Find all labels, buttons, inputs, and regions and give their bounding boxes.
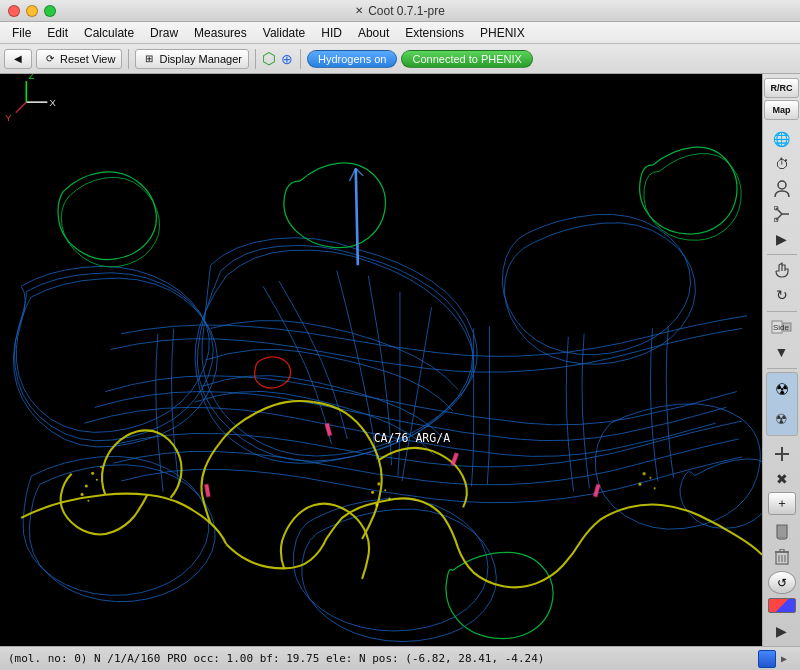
reset-view-icon: ⟳ <box>43 52 57 66</box>
status-indicator <box>758 650 776 668</box>
svg-line-31 <box>776 208 782 214</box>
back-button[interactable]: ◀ <box>4 49 32 69</box>
svg-point-10 <box>87 500 89 502</box>
svg-point-13 <box>371 491 374 494</box>
menu-validate[interactable]: Validate <box>255 24 313 42</box>
plus-cross-icon[interactable] <box>768 442 796 465</box>
svg-point-6 <box>96 479 98 481</box>
window-title: ✕ Coot 0.7.1-pre <box>355 4 445 18</box>
close-button[interactable] <box>8 5 20 17</box>
globe-icon[interactable]: 🌐 <box>768 127 796 150</box>
scene-svg: X Z Y CA/76 ARG/A <box>0 74 762 646</box>
svg-point-7 <box>85 485 88 488</box>
molecule-icon: ⬡ <box>262 52 276 66</box>
svg-point-5 <box>91 472 94 475</box>
hydrogens-on-button[interactable]: Hydrogens on <box>307 50 398 68</box>
svg-point-19 <box>654 487 656 489</box>
scene-canvas: X Z Y CA/76 ARG/A <box>0 74 762 646</box>
rc-map-buttons: R/RC <box>763 78 800 98</box>
viewport[interactable]: X Z Y CA/76 ARG/A <box>0 74 762 646</box>
rc-button[interactable]: R/RC <box>764 78 799 98</box>
trash-icon[interactable] <box>768 546 796 569</box>
window-controls[interactable] <box>8 5 56 17</box>
bucket-icon[interactable] <box>768 521 796 544</box>
display-manager-icon: ⊞ <box>142 52 156 66</box>
play-icon[interactable]: ▶ <box>768 619 796 642</box>
chevron-down-icon[interactable]: ▼ <box>768 341 796 364</box>
svg-point-16 <box>643 472 646 475</box>
user-icon[interactable] <box>768 177 796 200</box>
menu-about[interactable]: About <box>350 24 397 42</box>
svg-point-14 <box>388 498 390 500</box>
display-manager-label: Display Manager <box>159 53 242 65</box>
svg-point-11 <box>377 483 380 486</box>
toolbar-separator-3 <box>300 49 301 69</box>
svg-text:CA/76 ARG/A: CA/76 ARG/A <box>374 431 451 445</box>
title-icon: ✕ <box>355 5 363 16</box>
reset-view-button[interactable]: ⟳ Reset View <box>36 49 122 69</box>
menu-phenix[interactable]: PHENIX <box>472 24 533 42</box>
svg-rect-41 <box>779 537 785 540</box>
scissors-icon[interactable] <box>768 202 796 225</box>
svg-text:Side: Side <box>773 323 790 332</box>
title-bar: ✕ Coot 0.7.1-pre <box>0 0 800 22</box>
svg-text:X: X <box>49 97 56 108</box>
minimize-button[interactable] <box>26 5 38 17</box>
svg-point-12 <box>384 489 386 491</box>
menu-bar: File Edit Calculate Draw Measures Valida… <box>0 22 800 44</box>
sidebar-divider-1 <box>767 254 797 255</box>
svg-point-18 <box>638 483 641 486</box>
menu-edit[interactable]: Edit <box>39 24 76 42</box>
plus-square-button[interactable]: ＋ <box>768 492 796 515</box>
flag-indicator[interactable] <box>768 598 796 613</box>
svg-point-8 <box>100 466 102 468</box>
hand-icon[interactable] <box>768 259 796 282</box>
sidebar-divider-3 <box>767 368 797 369</box>
connected-to-phenix-button[interactable]: Connected to PHENIX <box>401 50 532 68</box>
main-area: X Z Y CA/76 ARG/A R/RC Map 🌐 ⏱ <box>0 74 800 646</box>
menu-extensions[interactable]: Extensions <box>397 24 472 42</box>
refresh-icon[interactable]: ↻ <box>768 284 796 307</box>
atom-icon: ⊕ <box>280 52 294 66</box>
svg-point-9 <box>81 493 84 496</box>
right-sidebar: R/RC Map 🌐 ⏱ ▶ <box>762 74 800 646</box>
svg-text:Z: Z <box>28 74 34 81</box>
toolbar: ◀ ⟳ Reset View ⊞ Display Manager ⬡ ⊕ Hyd… <box>0 44 800 74</box>
display-manager-button[interactable]: ⊞ Display Manager <box>135 49 249 69</box>
svg-point-30 <box>778 181 786 189</box>
map-button-row: Map <box>763 100 800 120</box>
menu-hid[interactable]: HID <box>313 24 350 42</box>
status-arrow[interactable]: ▶ <box>776 651 792 667</box>
arrow-right-icon[interactable]: ▶ <box>768 227 796 250</box>
menu-file[interactable]: File <box>4 24 39 42</box>
clock-icon[interactable]: ⏱ <box>768 152 796 175</box>
menu-draw[interactable]: Draw <box>142 24 186 42</box>
back-icon: ◀ <box>11 52 25 66</box>
status-bar: (mol. no: 0) N /1/A/160 PRO occ: 1.00 bf… <box>0 646 800 670</box>
radiation-icon[interactable]: ☢ <box>768 375 796 403</box>
toolbar-separator-2 <box>255 49 256 69</box>
maximize-button[interactable] <box>44 5 56 17</box>
menu-calculate[interactable]: Calculate <box>76 24 142 42</box>
rotate-button[interactable]: ↺ <box>768 571 796 594</box>
sidebar-divider-2 <box>767 311 797 312</box>
map-button[interactable]: Map <box>764 100 799 120</box>
reset-view-label: Reset View <box>60 53 115 65</box>
toolbar-separator-1 <box>128 49 129 69</box>
status-text: (mol. no: 0) N /1/A/160 PRO occ: 1.00 bf… <box>8 652 754 665</box>
radiation-2-icon[interactable]: ☢ <box>768 405 796 433</box>
svg-line-32 <box>776 214 782 220</box>
svg-text:Y: Y <box>5 112 12 123</box>
svg-point-15 <box>375 504 378 507</box>
menu-measures[interactable]: Measures <box>186 24 255 42</box>
title-text: Coot 0.7.1-pre <box>368 4 445 18</box>
side-view-icon[interactable]: Side <box>768 316 796 339</box>
svg-rect-0 <box>0 76 762 644</box>
tool-group-box: ☢ ☢ <box>766 372 798 436</box>
cross-icon[interactable]: ✖ <box>768 467 796 490</box>
svg-point-17 <box>649 477 651 479</box>
